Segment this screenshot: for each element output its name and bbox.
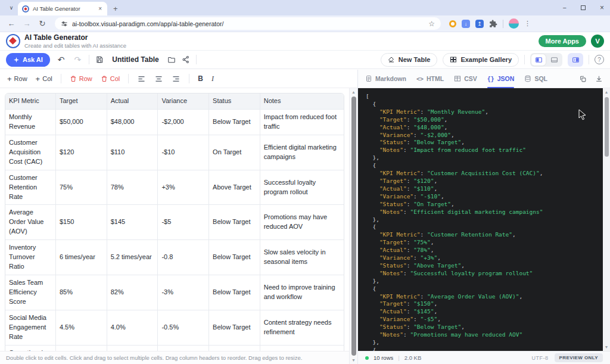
back-icon[interactable]: ← (5, 19, 18, 28)
kpi-table[interactable]: KPI MetricTargetActualVarianceStatusNote… (5, 93, 344, 351)
table-cell[interactable]: 6 times/year (56, 240, 107, 275)
browser-tab[interactable]: AI Table Generator × (18, 2, 107, 15)
table-cell[interactable]: $50,000 (56, 110, 107, 135)
table-cell[interactable]: +3% (158, 170, 209, 206)
window-close-button[interactable]: × (600, 4, 604, 12)
example-gallery-button[interactable]: Example Gallery (443, 53, 519, 67)
column-header[interactable]: Target (56, 94, 107, 110)
table-cell[interactable]: -2% (158, 346, 209, 351)
undo-icon[interactable]: ↶ (56, 55, 67, 64)
add-col-button[interactable]: +Col (36, 74, 52, 83)
table-cell[interactable]: Operational Efficiency Score (5, 346, 56, 351)
tab-search-chevron-icon[interactable]: ∨ (5, 1, 18, 14)
table-cell[interactable]: Social Media Engagement Rate (5, 310, 56, 346)
table-cell[interactable]: 82% (107, 275, 158, 310)
bookmark-star-icon[interactable]: ☆ (428, 20, 435, 28)
table-cell[interactable]: Customer Acquisition Cost (CAC) (5, 135, 56, 170)
table-cell[interactable]: Customer Retention Rate (5, 170, 56, 206)
bold-button[interactable]: B (198, 74, 203, 83)
add-row-button[interactable]: +Row (7, 74, 27, 83)
document-title[interactable]: Untitled Table (112, 55, 158, 64)
delete-row-button[interactable]: Row (70, 75, 92, 82)
tab-json[interactable]: {} JSON (487, 70, 515, 88)
open-folder-icon[interactable] (167, 55, 176, 64)
table-cell[interactable]: 5.2 times/year (107, 240, 158, 275)
table-cell[interactable]: Below Target (209, 205, 260, 240)
split-vertical-button[interactable] (531, 54, 546, 66)
table-cell[interactable]: Impact from reduced foot traffic (260, 110, 344, 135)
scrollbar-thumb[interactable] (351, 97, 356, 356)
window-minimize-button[interactable]: − (563, 4, 567, 11)
table-cell[interactable]: -$2,000 (158, 110, 209, 135)
table-cell[interactable]: $48,000 (107, 110, 158, 135)
table-cell[interactable]: Successful loyalty program rollout (260, 170, 344, 206)
browser-menu-icon[interactable]: ⋮ (524, 20, 531, 27)
table-cell[interactable]: Need to improve training and workflow (260, 275, 344, 310)
scroll-up-icon[interactable]: ▲ (605, 88, 609, 96)
code-scrollbar[interactable]: ▲ ▼ (603, 88, 610, 351)
extension-ring-icon[interactable] (449, 20, 456, 27)
scroll-up-icon[interactable]: ▲ (351, 88, 356, 96)
reload-icon[interactable]: ↻ (36, 19, 49, 28)
table-cell[interactable]: Supply chain delays observed (260, 346, 344, 351)
table-cell[interactable]: $110 (107, 135, 158, 170)
site-settings-icon[interactable] (61, 20, 68, 27)
browser-profile-avatar[interactable] (509, 18, 519, 29)
ask-ai-button[interactable]: Ask AI (6, 53, 50, 67)
table-cell[interactable]: Monthly Revenue (5, 110, 56, 135)
table-cell[interactable]: Above Target (209, 170, 260, 206)
window-maximize-button[interactable] (581, 5, 586, 10)
table-cell[interactable]: Sales Team Efficiency Score (5, 275, 56, 310)
user-avatar[interactable]: V (591, 35, 604, 48)
table-cell[interactable]: Slow sales velocity in seasonal items (260, 240, 344, 275)
table-cell[interactable]: Inventory Turnover Ratio (5, 240, 56, 275)
table-cell[interactable]: Below Target (209, 346, 260, 351)
save-icon[interactable] (95, 55, 104, 64)
table-cell[interactable]: 90% (56, 346, 107, 351)
scrollbar-thumb[interactable] (605, 97, 609, 157)
table-cell[interactable]: 85% (56, 275, 107, 310)
table-cell[interactable]: 75% (56, 170, 107, 206)
column-header[interactable]: Notes (260, 94, 344, 110)
split-horizontal-button[interactable] (547, 54, 561, 66)
scroll-down-icon[interactable]: ▼ (605, 343, 609, 351)
panel-right-button[interactable] (568, 53, 583, 67)
table-cell[interactable]: -0.8 (158, 240, 209, 275)
forward-icon[interactable]: → (20, 19, 33, 28)
column-header[interactable]: Status (209, 94, 260, 110)
table-cell[interactable]: -$5 (158, 205, 209, 240)
table-cell[interactable]: -$10 (158, 135, 209, 170)
table-cell[interactable]: 4.5% (56, 310, 107, 346)
more-apps-button[interactable]: More Apps (539, 35, 586, 47)
table-cell[interactable]: 4.0% (107, 310, 158, 346)
redo-icon[interactable]: ↷ (73, 55, 83, 64)
table-cell[interactable]: $145 (107, 205, 158, 240)
tab-html[interactable]: <> HTML (416, 70, 444, 88)
column-header[interactable]: Variance (158, 94, 209, 110)
share-icon[interactable] (182, 55, 190, 64)
table-cell[interactable]: 78% (107, 170, 158, 206)
table-cell[interactable]: $120 (56, 135, 107, 170)
new-table-button[interactable]: New Table (381, 53, 438, 67)
delete-col-button[interactable]: Col (101, 75, 120, 82)
url-text[interactable]: ai-toolbox.visual-paradigm.com/app/ai-ta… (72, 20, 424, 27)
table-cell[interactable]: Below Target (209, 310, 260, 346)
tab-markdown[interactable]: Markdown (365, 70, 406, 88)
help-icon[interactable]: ? (595, 55, 604, 64)
table-cell[interactable]: -3% (158, 275, 209, 310)
tab-close-icon[interactable]: × (97, 5, 103, 12)
table-cell[interactable]: Content strategy needs refinement (260, 310, 344, 346)
align-left-icon[interactable] (137, 74, 146, 83)
extensions-puzzle-icon[interactable] (489, 20, 497, 28)
scroll-down-icon[interactable]: ▼ (351, 356, 356, 364)
table-cell[interactable]: Below Target (209, 275, 260, 310)
column-header[interactable]: Actual (107, 94, 158, 110)
table-cell[interactable]: On Target (209, 135, 260, 170)
tab-sql[interactable]: SQL (524, 70, 547, 88)
new-tab-button[interactable]: + (113, 4, 118, 13)
align-right-icon[interactable] (172, 74, 180, 83)
table-cell[interactable]: Below Target (209, 240, 260, 275)
italic-button[interactable]: I (211, 74, 214, 83)
tab-csv[interactable]: CSV (454, 70, 477, 88)
download-icon[interactable] (595, 75, 603, 83)
